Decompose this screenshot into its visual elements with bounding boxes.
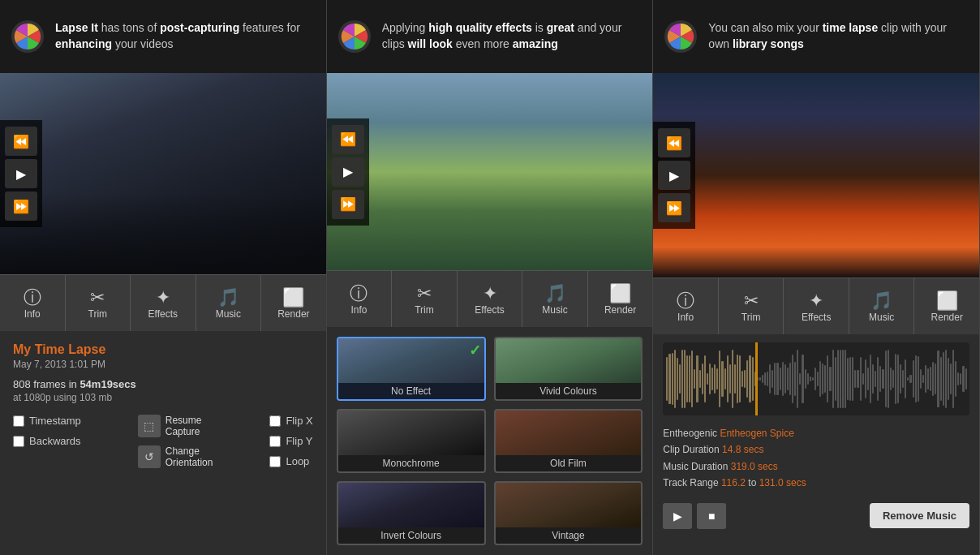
waveform-bar <box>925 365 926 393</box>
backwards-label: Backwards <box>29 435 81 447</box>
flipy-checkbox-row[interactable]: Flip Y <box>269 435 312 447</box>
timestamp-checkbox[interactable] <box>13 415 24 427</box>
waveform-bar <box>737 355 738 404</box>
tab-trim-1[interactable]: ✂ Trim <box>66 275 131 331</box>
tab-render-1[interactable]: ⬜ Render <box>261 275 326 331</box>
effect-label-no-effect: No Effect <box>338 383 484 399</box>
trim-icon-2: ✂ <box>417 285 432 303</box>
tab-info-2[interactable]: ⓘ Info <box>327 271 393 327</box>
waveform-bar <box>694 369 695 389</box>
will-look-text: will look <box>408 37 453 50</box>
waveform-bars-container <box>663 342 969 415</box>
waveform-bar <box>877 357 879 401</box>
waveform-bar <box>822 364 823 394</box>
effect-no-effect[interactable]: ✓ No Effect <box>337 337 486 401</box>
waveform-bar <box>907 377 909 381</box>
render-icon-1: ⬜ <box>282 289 304 307</box>
waveform-bar <box>732 350 733 408</box>
waveform-bar <box>842 350 844 408</box>
effect-thumb-no-effect: ✓ <box>338 338 484 383</box>
backwards-checkbox-row[interactable]: Backwards <box>13 435 81 447</box>
tab-music-1[interactable]: 🎵 Music <box>196 275 262 331</box>
music-stop-button[interactable]: ■ <box>697 503 726 529</box>
rewind-button-3[interactable]: ⏪ <box>658 128 690 157</box>
waveform-bar <box>787 368 789 389</box>
remove-music-button[interactable]: Remove Music <box>870 503 969 528</box>
waveform-bar <box>802 355 803 404</box>
waveform-bar <box>744 370 746 388</box>
tab-effects-3[interactable]: ✦ Effects <box>784 278 849 334</box>
clip-date: May 7, 2013 1:01 PM <box>13 359 313 370</box>
effect-monochrome[interactable]: Monochrome <box>337 409 486 473</box>
frames-duration: 54m19secs <box>80 378 135 390</box>
hq-effects-text: high quality effects <box>428 21 532 34</box>
track-range-label: Track Range <box>663 477 718 488</box>
tab-effects-2[interactable]: ✦ Effects <box>458 271 523 327</box>
fast-forward-button-2[interactable]: ⏩ <box>332 190 364 219</box>
selected-checkmark: ✓ <box>469 342 481 359</box>
panel1-transport: ⏪ ▶ ⏩ <box>0 120 42 227</box>
tab-music-2[interactable]: 🎵 Music <box>522 271 588 327</box>
tab-info-1[interactable]: ⓘ Info <box>0 275 66 331</box>
flipx-checkbox-row[interactable]: Flip X <box>269 415 312 427</box>
loop-checkbox[interactable] <box>269 456 281 467</box>
effect-vivid-colours[interactable]: Vivid Colours <box>494 337 643 401</box>
tab-trim-3[interactable]: ✂ Trim <box>719 278 784 334</box>
effect-invert-colours[interactable]: Invert Colours <box>337 481 486 545</box>
waveform-bar <box>727 355 729 402</box>
flipx-checkbox[interactable] <box>269 415 281 427</box>
flipy-checkbox[interactable] <box>269 436 281 447</box>
tab-info-3[interactable]: ⓘ Info <box>653 278 719 334</box>
track-range-row: Track Range 116.2 to 131.0 secs <box>663 475 969 491</box>
waveform-bar <box>837 350 839 408</box>
play-button[interactable]: ▶ <box>5 159 37 188</box>
timestamp-checkbox-row[interactable]: Timestamp <box>13 415 81 427</box>
change-orientation-button[interactable]: ↺ ChangeOrientation <box>138 445 213 468</box>
tab-music-3[interactable]: 🎵 Music <box>849 278 915 334</box>
waveform-bar <box>772 370 773 388</box>
waveform-bar <box>679 364 681 394</box>
waveform-bar <box>749 355 750 403</box>
waveform-bar <box>734 364 736 393</box>
music-icon-3: 🎵 <box>870 292 892 310</box>
backwards-checkbox[interactable] <box>13 436 24 447</box>
waveform-bar <box>807 373 809 385</box>
tab-effects-1[interactable]: ✦ Effects <box>131 275 196 331</box>
tab-info-label-1: Info <box>24 308 41 320</box>
amazing-text: amazing <box>513 37 558 50</box>
rewind-button-2[interactable]: ⏪ <box>332 125 364 154</box>
waveform-bar <box>960 373 961 385</box>
waveform-bar <box>849 357 851 401</box>
panel-info: Lapse It has tons of post-capturing feat… <box>0 0 327 555</box>
resume-capture-button[interactable]: ⬚ ResumeCapture <box>138 415 202 437</box>
waveform-bar <box>704 355 706 402</box>
play-button-3[interactable]: ▶ <box>658 161 690 190</box>
fast-forward-button[interactable]: ⏩ <box>5 191 37 221</box>
tab-trim-2[interactable]: ✂ Trim <box>392 271 458 327</box>
effect-thumb-vivid <box>496 338 642 383</box>
waveform-bar <box>875 371 876 387</box>
panel1-tab-bar: ⓘ Info ✂ Trim ✦ Effects 🎵 Music ⬜ Render <box>0 274 326 331</box>
waveform-bar <box>686 355 688 402</box>
effect-old-film[interactable]: Old Film <box>494 409 643 473</box>
waveform-bar <box>854 370 856 388</box>
waveform-bar <box>711 368 713 390</box>
waveform-bar <box>702 364 703 394</box>
rewind-button[interactable]: ⏪ <box>5 127 37 156</box>
time-lapse-text: time lapse <box>823 21 878 34</box>
waveform-bar <box>794 362 796 396</box>
info-right-actions: ⬚ ResumeCapture ↺ ChangeOrientation <box>138 415 213 468</box>
music-metadata: Entheogenic Entheogen Spice Clip Duratio… <box>663 425 969 492</box>
waveform-bar <box>716 368 718 389</box>
loop-checkbox-row[interactable]: Loop <box>269 455 312 467</box>
play-button-2[interactable]: ▶ <box>332 157 364 187</box>
tab-render-3[interactable]: ⬜ Render <box>914 278 979 334</box>
effect-vintage[interactable]: Vintage <box>494 481 643 545</box>
waveform-bar <box>674 350 676 408</box>
waveform-bar <box>689 355 690 402</box>
effect-label-oldfilm: Old Film <box>496 455 642 471</box>
music-play-button[interactable]: ▶ <box>663 503 692 529</box>
tab-render-2[interactable]: ⬜ Render <box>588 271 653 327</box>
fast-forward-button-3[interactable]: ⏩ <box>658 193 690 222</box>
waveform-bar <box>789 363 791 395</box>
